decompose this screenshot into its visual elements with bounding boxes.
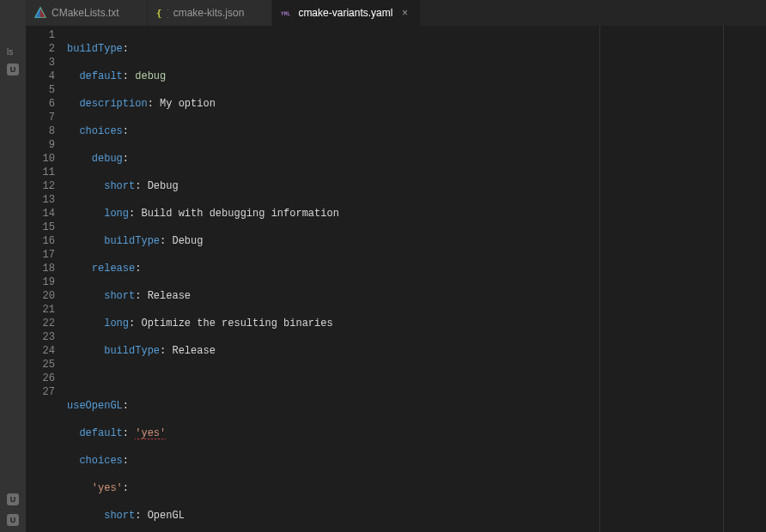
- scm-badge-3: U: [7, 514, 19, 526]
- svg-text:YML: YML: [281, 10, 290, 16]
- tab-label: cmake-variants.yaml: [298, 7, 392, 19]
- tab-cmake-variants[interactable]: YML cmake-variants.yaml ×: [272, 0, 421, 26]
- main-area: CMakeLists.txt × { } cmake-kits.json × Y…: [26, 0, 766, 532]
- close-icon[interactable]: ×: [398, 7, 411, 19]
- minimap[interactable]: [702, 26, 766, 532]
- line-number-gutter: 1 2 3 4 5 6 7 8 9 10 11 12 13 14 15 16 1…: [26, 26, 67, 532]
- code-content[interactable]: buildType: default: debug description: M…: [67, 26, 702, 532]
- svg-marker-1: [35, 8, 40, 17]
- scm-badge: U: [7, 63, 19, 76]
- tab-cmakelists[interactable]: CMakeLists.txt ×: [26, 0, 148, 26]
- tab-label: CMakeLists.txt: [52, 7, 119, 19]
- editor-ruler-2: [723, 26, 724, 532]
- sidebar-label: ls: [7, 47, 19, 57]
- svg-text:{ }: { }: [156, 8, 168, 18]
- activity-bar: ls U U U: [0, 0, 26, 532]
- tab-bar: CMakeLists.txt × { } cmake-kits.json × Y…: [26, 0, 766, 26]
- editor[interactable]: 1 2 3 4 5 6 7 8 9 10 11 12 13 14 15 16 1…: [26, 26, 766, 532]
- scm-badge-2: U: [7, 493, 19, 505]
- cmake-icon: [34, 7, 46, 19]
- json-icon: { }: [156, 7, 168, 19]
- tab-label: cmake-kits.json: [173, 7, 245, 19]
- tab-cmake-kits[interactable]: { } cmake-kits.json ×: [148, 0, 273, 26]
- yaml-icon: YML: [281, 7, 293, 19]
